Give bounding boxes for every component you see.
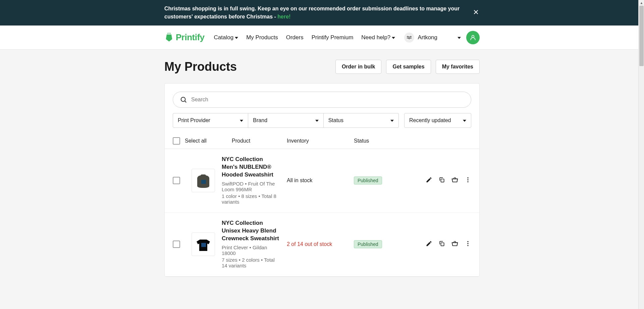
filter-status[interactable]: Status (324, 113, 399, 128)
banner-link[interactable]: here! (277, 14, 290, 19)
svg-point-10 (467, 241, 468, 242)
products-panel: Print Provider Brand Status Recently upd… (164, 83, 480, 277)
svg-point-5 (467, 177, 468, 178)
filter-brand-label: Brand (253, 117, 267, 123)
svg-rect-3 (201, 174, 206, 177)
select-all-checkbox[interactable] (173, 137, 180, 145)
chevron-down-icon (458, 37, 461, 39)
filter-brand[interactable]: Brand (248, 113, 323, 128)
nav-premium[interactable]: Printify Premium (312, 34, 354, 41)
my-favorites-button[interactable]: My favorites (436, 60, 480, 74)
announcement-banner: Christmas shopping is in full swing. Kee… (0, 0, 644, 25)
close-icon[interactable] (472, 8, 480, 17)
chevron-down-icon (392, 37, 395, 39)
product-name[interactable]: NYC Collection Men's NUBLEND® Hooded Swe… (222, 156, 280, 179)
product-meta-provider: SwiftPOD • Fruit Of The Loom 996MR (222, 181, 280, 192)
product-name[interactable]: NYC Collection Unisex Heavy Blend Crewne… (222, 219, 280, 243)
store-selector[interactable]: Artkong (404, 33, 461, 43)
get-samples-button[interactable]: Get samples (386, 60, 431, 74)
edit-icon[interactable] (426, 176, 432, 185)
scrollbar[interactable]: ▲ (638, 0, 644, 277)
row-checkbox[interactable] (173, 241, 180, 248)
main-header: Printify Catalog My Products Orders Prin… (0, 25, 644, 50)
col-status-header: Status (354, 138, 421, 144)
product-row: NYC Collection Men's NUBLEND® Hooded Swe… (165, 149, 479, 213)
store-platform-icon (404, 33, 414, 43)
store-name: Artkong (418, 34, 437, 41)
nav-orders[interactable]: Orders (286, 34, 304, 41)
basket-icon[interactable] (451, 176, 459, 185)
nav-need-help-label: Need help? (361, 34, 390, 41)
nav-my-products[interactable]: My Products (246, 34, 278, 41)
chevron-down-icon (463, 120, 466, 122)
nav-catalog-label: Catalog (214, 34, 234, 41)
search-input[interactable] (191, 97, 464, 103)
scroll-up-icon[interactable]: ▲ (639, 0, 644, 6)
svg-point-7 (467, 182, 468, 183)
chevron-down-icon (235, 37, 238, 39)
search-icon (180, 96, 187, 103)
status-badge: Published (354, 176, 382, 185)
product-meta-variants: 7 sizes • 2 colors • Total 14 variants (222, 257, 280, 268)
basket-icon[interactable] (451, 240, 459, 249)
nav-orders-label: Orders (286, 34, 304, 41)
row-checkbox[interactable] (173, 177, 180, 184)
product-meta-variants: 1 color • 8 sizes • Total 8 variants (222, 193, 280, 205)
printify-logo[interactable]: Printify (164, 32, 205, 43)
svg-point-6 (467, 179, 468, 181)
filter-print-provider[interactable]: Print Provider (173, 113, 248, 128)
profile-button[interactable] (466, 31, 480, 44)
logo-text: Printify (176, 32, 205, 43)
status-badge: Published (354, 240, 382, 248)
svg-point-1 (181, 97, 185, 102)
table-header: Select all Product Inventory Status (165, 133, 479, 149)
svg-point-11 (467, 243, 468, 244)
edit-icon[interactable] (426, 240, 432, 248)
page-title: My Products (164, 60, 237, 74)
product-thumbnail[interactable] (192, 233, 215, 256)
nav-need-help[interactable]: Need help? (361, 34, 395, 41)
nav-catalog[interactable]: Catalog (214, 34, 238, 41)
main-content: My Products Order in bulk Get samples My… (0, 50, 644, 277)
more-icon[interactable] (465, 176, 471, 185)
col-inventory-header: Inventory (287, 138, 354, 144)
filter-status-label: Status (328, 117, 343, 123)
sort-label: Recently updated (409, 117, 451, 123)
chevron-down-icon (390, 120, 394, 122)
order-in-bulk-button[interactable]: Order in bulk (335, 60, 382, 74)
svg-point-12 (467, 245, 468, 246)
product-row: NYC Collection Unisex Heavy Blend Crewne… (165, 213, 479, 276)
svg-point-0 (472, 35, 474, 38)
duplicate-icon[interactable] (438, 240, 445, 248)
svg-rect-8 (201, 243, 206, 247)
scrollbar-thumb[interactable] (639, 6, 644, 66)
main-nav: Catalog My Products Orders Printify Prem… (214, 34, 395, 41)
inventory-cell: 2 of 14 out of stock (287, 241, 354, 247)
svg-rect-2 (201, 180, 206, 184)
col-product-header: Product (232, 138, 287, 144)
sort-select[interactable]: Recently updated (404, 113, 471, 128)
nav-premium-label: Printify Premium (312, 34, 354, 41)
duplicate-icon[interactable] (438, 176, 445, 185)
svg-rect-9 (441, 243, 444, 246)
chevron-down-icon (315, 120, 319, 122)
inventory-cell: All in stock (287, 177, 354, 184)
banner-text: Christmas shopping is in full swing. Kee… (164, 5, 466, 21)
nav-my-products-label: My Products (246, 34, 278, 41)
banner-text-pre: Christmas shopping is in full swing. Kee… (164, 6, 460, 19)
chevron-down-icon (240, 120, 243, 122)
product-thumbnail[interactable] (192, 169, 215, 192)
filter-print-provider-label: Print Provider (178, 117, 210, 123)
search-wrap (173, 92, 471, 108)
svg-rect-4 (441, 179, 444, 182)
select-all-label: Select all (185, 138, 232, 144)
more-icon[interactable] (465, 240, 471, 248)
product-meta-provider: Print Clever • Gildan 18000 (222, 245, 280, 256)
